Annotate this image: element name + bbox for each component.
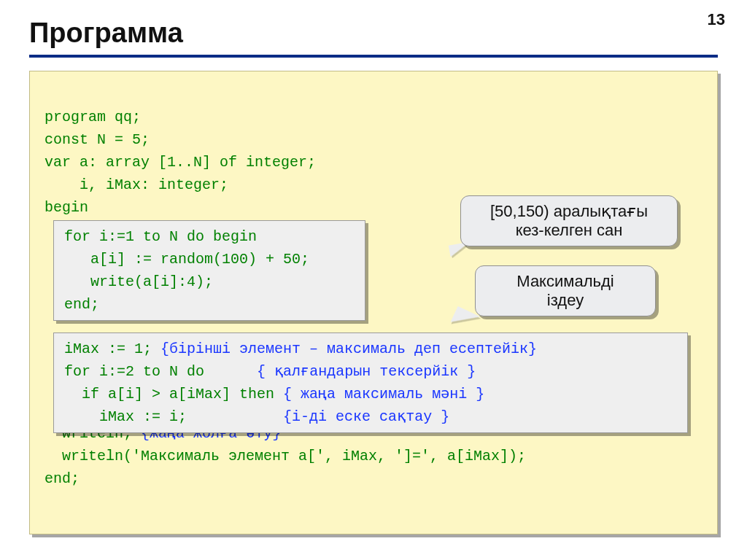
i2l1a: iMax := 1; <box>64 341 160 357</box>
inset-find-max: iMax := 1; {бірінші элемент – максималь … <box>53 332 688 433</box>
callout-range: [50,150) аралықтағы кез-келген сан <box>460 195 678 246</box>
title-rule <box>29 55 718 58</box>
slide-title: Программа <box>29 18 718 49</box>
page-number: 13 <box>708 10 725 29</box>
slide: 13 Программа program qq; const N = 5; va… <box>0 0 747 560</box>
i2l3b: { жаңа максималь мәні } <box>283 386 484 402</box>
code-panel: program qq; const N = 5; var a: array [1… <box>29 71 718 534</box>
code-bottom-3: end; <box>44 470 80 487</box>
i2l1b: {бірінші элемент – максималь деп есептей… <box>160 341 537 357</box>
i2l4a: iMax := i; <box>64 408 283 425</box>
code-bottom-2: writeln('Максималь элемент a[', iMax, ']… <box>44 448 526 464</box>
i2l3a: if a[i] > a[iMax] then <box>64 386 283 402</box>
i2l2a: for i:=2 to N do <box>64 363 257 380</box>
inset1-code: for i:=1 to N do begin a[i] := random(10… <box>64 228 309 313</box>
callout-max: Максимальді іздеу <box>475 265 656 316</box>
i2l4b: {i-ді еске сақтау } <box>283 408 449 425</box>
inset-loop-fill: for i:=1 to N do begin a[i] := random(10… <box>53 220 365 321</box>
i2l2b: { қалғандарын тексерйік } <box>257 363 476 380</box>
code-top: program qq; const N = 5; var a: array [1… <box>44 109 316 238</box>
